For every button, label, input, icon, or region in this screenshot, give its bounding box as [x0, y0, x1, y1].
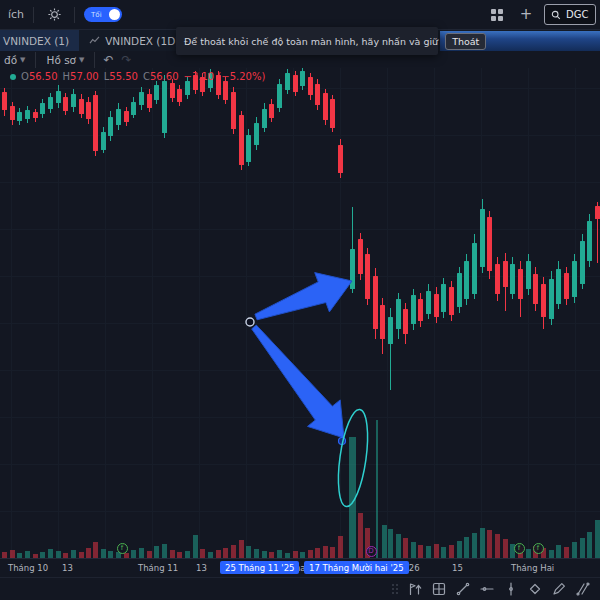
- chevron-down-icon: ▼: [79, 56, 84, 64]
- toggle-knob: [109, 9, 120, 20]
- arrow-drawing[interactable]: [255, 273, 352, 320]
- trading-app-window: ích Tối + DGC VNINDE: [0, 0, 600, 600]
- notification-message: Để thoát khỏi chế độ toàn màn hình, hãy …: [184, 36, 438, 47]
- time-axis[interactable]: Tháng 1013Tháng 1113Mười hai202615Tháng …: [0, 558, 600, 576]
- axis-tick-label: 15: [452, 563, 463, 573]
- symbol-search-input[interactable]: DGC: [544, 4, 596, 25]
- axis-tick-label: Tháng Hai: [511, 563, 554, 573]
- axis-tick-label: 13: [196, 563, 207, 573]
- layout-grid-button[interactable]: [486, 4, 508, 26]
- trend-line-icon[interactable]: [454, 580, 472, 598]
- parallel-channel-icon[interactable]: [574, 580, 592, 598]
- divider: [35, 52, 36, 68]
- redo-icon: ↷: [122, 53, 132, 67]
- profile-menu-button[interactable]: Hồ sơ▼: [44, 54, 86, 66]
- search-value: DGC: [566, 9, 588, 20]
- chart-icon: [89, 36, 100, 45]
- drag-handle-icon[interactable]: [392, 584, 398, 594]
- flag-arrow-icon[interactable]: [406, 580, 424, 598]
- tab-vnindex-1d[interactable]: VNINDEX (1D): [79, 30, 189, 51]
- vertical-line-icon[interactable]: [502, 580, 520, 598]
- fullscreen-exit-notification: Để thoát khỏi chế độ toàn màn hình, hãy …: [176, 27, 438, 55]
- undo-icon[interactable]: ↶: [103, 53, 113, 67]
- arrow-drawing[interactable]: [252, 325, 344, 438]
- add-button[interactable]: +: [515, 4, 537, 26]
- chart-menu-button[interactable]: đồ▼: [2, 54, 27, 66]
- exit-fullscreen-button[interactable]: Thoát: [445, 33, 486, 50]
- bottom-toolbar: [0, 577, 600, 600]
- horizontal-ray-icon[interactable]: [478, 580, 496, 598]
- tab-label: VNINDEX (1D): [105, 35, 179, 47]
- drawing-anchor-dot[interactable]: [246, 318, 254, 326]
- chevron-down-icon: ▼: [20, 56, 25, 64]
- divider: [33, 7, 34, 23]
- axis-date-badge[interactable]: 17 Tháng Mười hai '25: [304, 561, 409, 574]
- layout-grid-icon[interactable]: [430, 580, 448, 598]
- axis-tick-label: Tháng 11: [138, 563, 178, 573]
- diamond-icon[interactable]: [526, 580, 544, 598]
- chart-menu-label: đồ: [4, 54, 17, 66]
- tab-label: VNINDEX (1): [3, 35, 69, 47]
- search-icon: [551, 10, 561, 20]
- profile-menu-label: Hồ sơ: [46, 54, 76, 66]
- dark-mode-toggle-label: Tối: [91, 11, 102, 19]
- grid-icon: [491, 9, 503, 21]
- drawings-overlay[interactable]: [0, 68, 600, 558]
- axis-tick-label: 13: [62, 563, 73, 573]
- plus-icon: +: [520, 7, 533, 22]
- tab-vnindex-1[interactable]: VNINDEX (1): [0, 30, 79, 51]
- pen-icon[interactable]: [550, 580, 568, 598]
- axis-tick-label: Tháng 10: [8, 563, 48, 573]
- divider: [94, 52, 95, 68]
- top-toolbar: ích Tối + DGC: [0, 0, 600, 30]
- settings-gear-icon[interactable]: [43, 4, 65, 26]
- divider: [74, 7, 75, 23]
- candlestick-chart[interactable]: O56.50 H57.00 L55.50 C56.60 −3.10 (−5.20…: [0, 68, 600, 558]
- utilities-label[interactable]: ích: [8, 8, 24, 21]
- dark-mode-toggle[interactable]: Tối: [84, 7, 122, 22]
- axis-date-badge[interactable]: 25 Tháng 11 '25: [220, 561, 299, 574]
